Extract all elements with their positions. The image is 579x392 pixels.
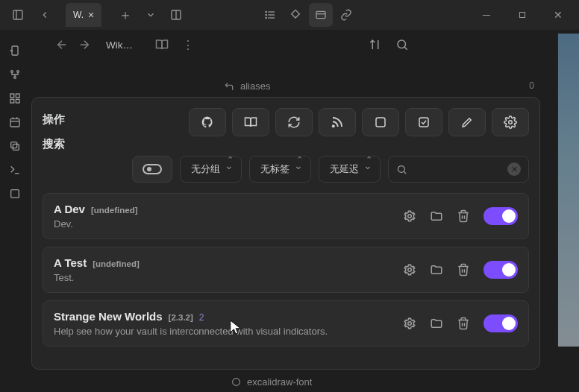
item-folder-icon[interactable] <box>430 317 443 330</box>
plugin-desc: Help see how your vault is interconnecte… <box>54 326 403 337</box>
new-tab-icon[interactable]: ＋ <box>113 3 137 27</box>
svg-rect-10 <box>316 11 325 18</box>
group-select[interactable]: 无分组 <box>180 156 242 183</box>
rail-terminal-icon[interactable] <box>9 164 21 176</box>
book-icon[interactable] <box>155 38 169 51</box>
plugin-title: Strange New Worlds <box>54 310 163 323</box>
item-gear-icon[interactable] <box>403 209 416 223</box>
svg-point-44 <box>408 322 412 326</box>
bottom-tag-label: excalidraw-font <box>247 376 312 388</box>
archive-icon[interactable] <box>309 3 333 27</box>
bottom-tag-row: excalidraw-font <box>231 376 312 388</box>
maximize-button[interactable] <box>507 3 537 27</box>
filter-toggle[interactable] <box>132 156 172 183</box>
svg-point-23 <box>14 77 16 79</box>
plugin-item[interactable]: A Dev [undefined] Dev. <box>43 193 529 239</box>
rail-insert-icon[interactable] <box>9 45 21 57</box>
forward-button[interactable] <box>78 38 91 51</box>
item-enable-toggle[interactable] <box>483 261 518 279</box>
tab-label: W. <box>73 10 84 20</box>
delay-select[interactable]: 无延迟 <box>319 156 381 183</box>
svg-rect-35 <box>11 190 19 198</box>
refresh-icon[interactable] <box>275 108 313 136</box>
chevron-left-icon[interactable] <box>33 3 57 27</box>
sort-icon[interactable] <box>369 38 382 51</box>
left-panel-icon[interactable] <box>6 3 30 27</box>
checkbox-icon[interactable] <box>405 108 442 136</box>
svg-point-45 <box>233 379 240 386</box>
minimize-button[interactable]: ─ <box>472 3 501 27</box>
clear-search-icon[interactable]: ✕ <box>507 162 521 176</box>
plugin-version-tag: [undefined] <box>93 259 140 268</box>
item-enable-toggle[interactable] <box>483 207 518 225</box>
svg-rect-27 <box>16 99 19 103</box>
item-gear-icon[interactable] <box>403 263 416 276</box>
tag-select[interactable]: 无标签 <box>249 156 311 183</box>
plugin-desc: Dev. <box>54 218 403 230</box>
pencil-icon[interactable] <box>448 108 486 136</box>
item-folder-icon[interactable] <box>430 263 443 276</box>
book-open-icon[interactable] <box>232 108 269 136</box>
svg-rect-37 <box>376 118 385 127</box>
github-icon[interactable] <box>189 108 226 136</box>
list-icon[interactable] <box>258 3 282 27</box>
tab-dropdown-icon[interactable] <box>139 3 163 27</box>
aliases-count: 0 <box>529 80 534 91</box>
svg-point-8 <box>266 14 266 15</box>
svg-line-41 <box>404 171 406 174</box>
svg-rect-0 <box>13 10 22 19</box>
svg-point-21 <box>11 71 13 73</box>
tag-icon[interactable] <box>284 3 307 27</box>
svg-rect-12 <box>520 13 525 18</box>
item-trash-icon[interactable] <box>457 317 470 330</box>
rail-calendar-icon[interactable] <box>9 116 21 128</box>
rail-branch-icon[interactable] <box>9 69 21 80</box>
plugin-update-badge: 2 <box>199 312 204 323</box>
item-gear-icon[interactable] <box>403 317 416 330</box>
tab-close-icon[interactable]: × <box>88 9 94 21</box>
breadcrumb[interactable]: Wik… <box>106 39 133 51</box>
svg-point-39 <box>509 121 513 124</box>
svg-rect-25 <box>16 94 19 98</box>
item-trash-icon[interactable] <box>457 209 470 223</box>
svg-point-17 <box>398 40 406 48</box>
item-enable-toggle[interactable] <box>483 314 518 332</box>
left-rail <box>0 31 30 200</box>
plugin-item[interactable]: A Test [undefined] Test. <box>43 247 529 293</box>
rail-grid-icon[interactable] <box>9 92 21 104</box>
rail-box-icon[interactable] <box>9 188 21 200</box>
section-search-label: 搜索 <box>43 137 80 151</box>
svg-point-7 <box>266 11 266 12</box>
svg-point-40 <box>398 165 405 172</box>
plugin-version-tag: [2.3.2] <box>169 313 193 322</box>
item-trash-icon[interactable] <box>457 263 470 276</box>
svg-rect-32 <box>13 144 19 150</box>
plugin-list: A Dev [undefined] Dev. A Test [undefined… <box>43 193 529 347</box>
back-button[interactable] <box>55 38 69 51</box>
rail-copy-icon[interactable] <box>9 140 21 152</box>
svg-line-18 <box>404 47 407 50</box>
rss-icon[interactable] <box>319 108 356 136</box>
svg-rect-33 <box>11 142 17 148</box>
plugin-title: A Dev <box>54 203 85 215</box>
gear-icon[interactable] <box>492 108 529 136</box>
more-icon[interactable]: ⋮ <box>182 38 194 52</box>
right-side-panel <box>557 34 579 347</box>
search-icon <box>396 164 407 175</box>
plugin-modal: 操作 搜索 无分组 无标签 无延迟 ✕ <box>31 97 540 370</box>
panel-split-icon[interactable] <box>164 3 188 27</box>
search-input[interactable]: ✕ <box>388 156 529 183</box>
plugin-item[interactable]: Strange New Worlds [2.3.2] 2 Help see ho… <box>43 300 529 347</box>
svg-rect-38 <box>419 118 428 127</box>
link-icon[interactable] <box>334 3 358 27</box>
svg-point-36 <box>333 125 334 127</box>
search-icon[interactable] <box>395 38 409 51</box>
svg-rect-28 <box>10 118 19 127</box>
plugin-title: A Test <box>54 256 87 269</box>
square-icon[interactable] <box>362 108 399 136</box>
item-folder-icon[interactable] <box>430 209 443 223</box>
active-tab[interactable]: W. × <box>66 3 101 27</box>
svg-point-42 <box>408 215 412 218</box>
close-window-button[interactable]: ✕ <box>543 3 573 27</box>
plugin-version-tag: [undefined] <box>91 206 138 215</box>
